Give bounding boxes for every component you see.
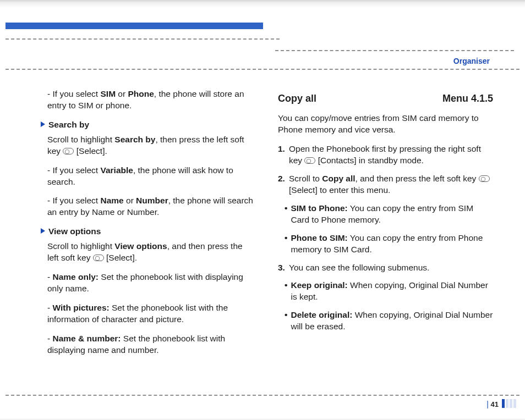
triangle-icon xyxy=(41,121,45,127)
step-item: 2. Scroll to Copy all, and then press th… xyxy=(278,173,493,196)
subheading-search-by: Search by xyxy=(41,119,256,131)
softkey-icon xyxy=(304,157,315,164)
left-column: - If you select SIM or Phone, the phone … xyxy=(41,89,256,364)
footer-gradient xyxy=(0,418,525,420)
paragraph: Scroll to highlight Search by, then pres… xyxy=(47,134,256,157)
subheading-view-options: View options xyxy=(41,226,256,237)
bullet-item: •SIM to Phone: You can copy the entry fr… xyxy=(285,203,493,226)
header-accent-left xyxy=(6,23,263,29)
softkey-icon xyxy=(479,175,490,182)
right-column: Copy all Menu 4.1.5 You can copy/move en… xyxy=(278,89,493,364)
footer: | 41 xyxy=(6,395,519,415)
softkey-icon xyxy=(93,255,104,261)
page-number: 41 xyxy=(491,400,499,408)
content-area: - If you select SIM or Phone, the phone … xyxy=(6,69,519,398)
list-item: - Name & number: Set the phonebook list … xyxy=(47,333,256,356)
bullet-item: •Phone to SIM: You can copy the entry fr… xyxy=(285,233,493,256)
header-dash-left xyxy=(6,38,280,40)
section-label: Organiser xyxy=(453,57,490,65)
list-item: - If you select SIM or Phone, the phone … xyxy=(47,89,256,112)
triangle-icon xyxy=(41,228,45,234)
paragraph: Scroll to highlight View options, and th… xyxy=(47,241,256,264)
list-item: - If you select Name or Number, the phon… xyxy=(47,195,256,218)
section-tabs-icon xyxy=(502,399,516,408)
paragraph: You can copy/move entries from SIM card … xyxy=(278,113,493,136)
header-dash-right xyxy=(275,50,514,51)
page-separator-icon: | xyxy=(486,400,489,408)
list-item: - Name only: Set the phonebook list with… xyxy=(47,272,256,295)
section-heading: Copy all Menu 4.1.5 xyxy=(278,92,493,105)
section-title: Copy all xyxy=(278,92,316,105)
step-item: 3. You can see the following submenus. xyxy=(278,262,493,274)
list-item: - With pictures: Set the phonebook list … xyxy=(47,302,256,325)
header-bar xyxy=(6,23,519,32)
softkey-icon xyxy=(63,148,74,154)
menu-number: Menu 4.1.5 xyxy=(442,92,493,105)
bullet-item: •Keep original: When copying, Original D… xyxy=(285,280,493,303)
step-item: 1. Open the Phonebook first by pressing … xyxy=(278,143,493,167)
list-item: - If you select Variable, the phone will… xyxy=(47,165,256,188)
bullet-item: •Delete original: When copying, Original… xyxy=(285,310,493,333)
